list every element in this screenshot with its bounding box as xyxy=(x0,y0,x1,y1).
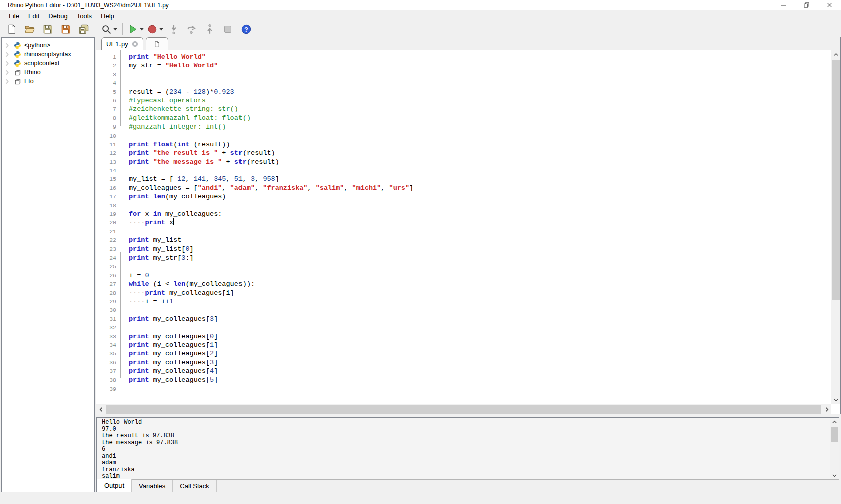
menu-debug[interactable]: Debug xyxy=(44,10,72,21)
code-line-25[interactable] xyxy=(129,262,831,271)
panel-tab-variables[interactable]: Variables xyxy=(132,480,173,492)
tree-item-rhinoscriptsyntax[interactable]: rhinoscriptsyntax xyxy=(2,50,94,59)
dropdown-caret-icon[interactable] xyxy=(158,28,163,31)
code-line-21[interactable] xyxy=(129,227,831,236)
break-button[interactable] xyxy=(145,22,165,36)
scroll-right-icon[interactable] xyxy=(822,404,831,414)
menu-help[interactable]: Help xyxy=(96,10,119,21)
code-line-27[interactable]: while (i < len(my_colleagues)): xyxy=(129,280,831,288)
code-line-30[interactable] xyxy=(129,306,831,314)
code-line-32[interactable] xyxy=(129,323,831,332)
code-line-17[interactable]: print len(my_colleagues) xyxy=(129,192,831,201)
output-console[interactable]: Hello World97.0the result is 97.838the m… xyxy=(97,418,839,480)
chevron-right-icon[interactable] xyxy=(5,43,9,48)
code-line-14[interactable] xyxy=(129,166,831,175)
search-button[interactable] xyxy=(99,22,119,36)
code-line-11[interactable]: print float(int (result)) xyxy=(129,140,831,149)
save-button[interactable] xyxy=(39,22,57,36)
output-vertical-scrollbar[interactable] xyxy=(830,418,839,480)
tab-ue1py[interactable]: UE1.py xyxy=(101,37,143,50)
chevron-right-icon[interactable] xyxy=(5,61,9,66)
code-line-19[interactable]: for x in my_colleagues: xyxy=(129,210,831,218)
assembly-icon xyxy=(14,69,21,76)
code-line-4[interactable] xyxy=(129,79,831,87)
code-line-34[interactable]: print my_colleagues[1] xyxy=(129,341,831,349)
code-line-13[interactable]: print "the message is " + str(result) xyxy=(129,158,831,166)
new-tab-button[interactable] xyxy=(146,37,168,50)
code-line-22[interactable]: print my_list xyxy=(129,236,831,244)
tree-item-eto[interactable]: Eto xyxy=(2,77,94,86)
code-line-9[interactable]: #ganzzahl integer: int() xyxy=(129,122,831,131)
scroll-left-icon[interactable] xyxy=(96,404,105,414)
code-line-16[interactable]: my_colleagues = ["andi", "adam", "franzi… xyxy=(129,184,831,192)
code-line-31[interactable]: print my_colleagues[3] xyxy=(129,315,831,323)
code-line-28[interactable]: ····print my_colleagues[i] xyxy=(129,289,831,297)
chevron-right-icon[interactable] xyxy=(5,52,9,57)
code-line-24[interactable]: print my_str[3:] xyxy=(129,254,831,262)
python-icon xyxy=(14,42,21,49)
new-file-button[interactable] xyxy=(3,22,21,36)
line-number: 14 xyxy=(96,166,116,175)
line-number: 34 xyxy=(96,341,116,349)
output-scroll-thumb[interactable] xyxy=(831,427,838,442)
tree-item-label: Rhino xyxy=(24,69,41,76)
run-button[interactable] xyxy=(126,22,145,36)
open-file-button[interactable] xyxy=(21,22,39,36)
code-line-26[interactable]: i = 0 xyxy=(129,271,831,280)
tree-item-rhino[interactable]: Rhino xyxy=(2,68,94,77)
code-content[interactable]: print "Hello World"my_str = "Hello World… xyxy=(121,50,831,404)
help-button[interactable]: ? xyxy=(237,22,255,36)
code-line-23[interactable]: print my_list[0] xyxy=(129,245,831,254)
code-line-29[interactable]: ····i = i+1 xyxy=(129,297,831,306)
chevron-right-icon[interactable] xyxy=(5,79,9,84)
close-button[interactable] xyxy=(818,0,841,10)
editor-horizontal-scrollbar[interactable] xyxy=(96,404,831,414)
horizontal-scroll-thumb[interactable] xyxy=(106,405,821,414)
chevron-right-icon[interactable] xyxy=(5,70,9,75)
scroll-up-icon[interactable] xyxy=(831,50,840,59)
code-line-35[interactable]: print my_colleagues[2] xyxy=(129,349,831,358)
tree-item-scriptcontext[interactable]: scriptcontext xyxy=(2,59,94,68)
output-scroll-up-icon[interactable] xyxy=(830,418,839,426)
line-number: 31 xyxy=(96,315,116,323)
code-line-18[interactable] xyxy=(129,201,831,210)
dropdown-caret-icon[interactable] xyxy=(112,28,117,31)
save-as-button[interactable] xyxy=(57,22,75,36)
code-line-3[interactable] xyxy=(129,70,831,79)
code-line-37[interactable]: print my_colleagues[4] xyxy=(129,367,831,375)
line-number: 28 xyxy=(96,289,116,297)
save-all-button[interactable] xyxy=(75,22,93,36)
code-line-39[interactable] xyxy=(129,385,831,393)
panel-tab-call-stack[interactable]: Call Stack xyxy=(173,480,217,492)
code-line-6[interactable]: #typecast operators xyxy=(129,96,831,105)
code-line-5[interactable]: result = (234 - 128)*0.923 xyxy=(129,88,831,96)
restore-button[interactable] xyxy=(795,0,818,10)
menu-tools[interactable]: Tools xyxy=(72,10,96,21)
code-line-1[interactable]: print "Hello World" xyxy=(129,53,831,61)
open-folder-icon xyxy=(24,24,35,35)
panel-tab-output[interactable]: Output xyxy=(97,479,132,492)
scroll-down-icon[interactable] xyxy=(831,396,840,404)
code-line-10[interactable] xyxy=(129,132,831,140)
code-line-8[interactable]: #gleitkommazahl float: float() xyxy=(129,114,831,122)
sidebar: <python>rhinoscriptsyntaxscriptcontextRh… xyxy=(1,37,95,492)
code-line-38[interactable]: print my_colleagues[5] xyxy=(129,375,831,384)
line-number: 15 xyxy=(96,175,116,183)
code-line-12[interactable]: print "the result is " + str(result) xyxy=(129,149,831,157)
tab-close-icon[interactable] xyxy=(132,41,138,47)
dropdown-caret-icon[interactable] xyxy=(138,28,144,31)
code-editor[interactable]: 1234567891011121314151617181920212223242… xyxy=(96,50,831,404)
tree-item-python[interactable]: <python> xyxy=(2,41,94,50)
code-line-2[interactable]: my_str = "Hello World" xyxy=(129,61,831,70)
code-line-7[interactable]: #zeichenkette string: str() xyxy=(129,105,831,113)
code-line-15[interactable]: my_list = [ 12, 141, 345, 51, 3, 958] xyxy=(129,175,831,183)
editor-vertical-scrollbar[interactable] xyxy=(831,50,840,404)
code-line-20[interactable]: ····print x xyxy=(129,218,831,227)
code-line-36[interactable]: print my_colleagues[3] xyxy=(129,358,831,367)
minimize-button[interactable] xyxy=(772,0,795,10)
vertical-scroll-thumb[interactable] xyxy=(832,60,840,300)
output-scroll-down-icon[interactable] xyxy=(830,471,839,480)
menu-edit[interactable]: Edit xyxy=(24,10,44,21)
code-line-33[interactable]: print my_colleagues[0] xyxy=(129,332,831,341)
menu-file[interactable]: File xyxy=(4,10,24,21)
